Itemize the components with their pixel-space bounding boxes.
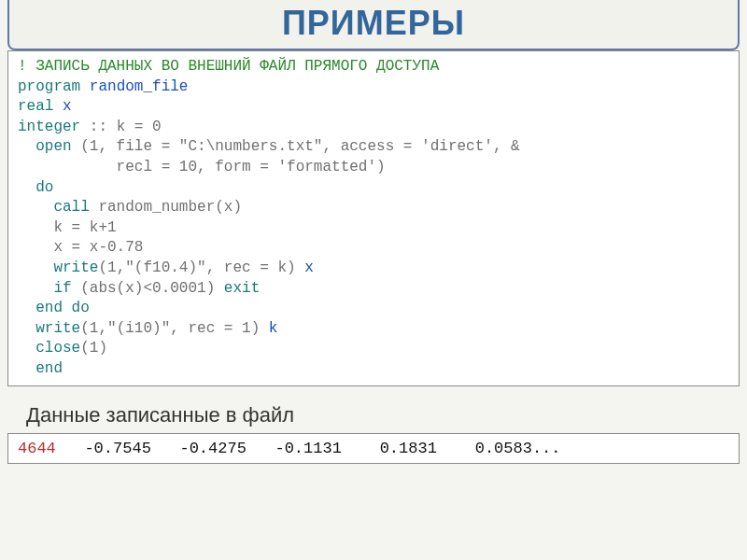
kw-close: close	[18, 340, 80, 357]
output-first-value: 4644	[18, 440, 56, 457]
call-rest: random_number(x)	[90, 199, 242, 216]
output-data-box: 4644 -0.7545 -0.4275 -0.1131 0.1831 0.05…	[7, 433, 740, 464]
open-args-1: (1, file = "C:\numbers.txt", access = 'd…	[72, 138, 520, 155]
title-box: ПРИМЕРЫ	[7, 0, 740, 50]
output-caption: Данные записанные в файл	[26, 403, 721, 427]
int-rest: :: k = 0	[80, 119, 161, 135]
slide-title: ПРИМЕРЫ	[282, 4, 465, 42]
stmt-k: k = k+1	[18, 219, 117, 236]
slide: ПРИМЕРЫ ! ЗАПИСЬ ДАННЫХ ВО ВНЕШНИЙ ФАЙЛ …	[0, 0, 747, 560]
open-args-2: recl = 10, form = 'formatted')	[18, 159, 386, 175]
kw-end: end	[18, 360, 63, 377]
kw-do: do	[18, 179, 53, 196]
stmt-x: x = x-0.78	[18, 239, 143, 256]
write-1-id: x	[304, 259, 314, 276]
kw-program: program	[18, 78, 80, 95]
kw-exit: exit	[224, 280, 260, 297]
if-cond: (abs(x)<0.0001)	[72, 280, 224, 297]
kw-if: if	[18, 280, 72, 297]
write-2-mid: (1,"(i10)", rec = 1)	[80, 320, 260, 337]
id-x: x	[63, 98, 72, 115]
kw-integer: integer	[18, 119, 80, 135]
code-block: ! ЗАПИСЬ ДАННЫХ ВО ВНЕШНИЙ ФАЙЛ ПРЯМОГО …	[7, 50, 740, 386]
output-rest-values: -0.7545 -0.4275 -0.1131 0.1831 0.0583...	[56, 440, 561, 457]
id-random-file: random_file	[90, 78, 189, 95]
write-1-mid: (1,"(f10.4)", rec = k)	[98, 259, 295, 276]
close-rest: (1)	[80, 340, 107, 357]
code-comment: ! ЗАПИСЬ ДАННЫХ ВО ВНЕШНИЙ ФАЙЛ ПРЯМОГО …	[18, 58, 439, 75]
kw-end-do: end do	[18, 300, 90, 316]
kw-write-2: write	[18, 320, 80, 337]
kw-real: real	[18, 98, 53, 115]
kw-open: open	[18, 138, 72, 155]
write-2-id: k	[269, 320, 278, 337]
kw-call: call	[18, 199, 90, 216]
kw-write-1: write	[18, 259, 98, 276]
